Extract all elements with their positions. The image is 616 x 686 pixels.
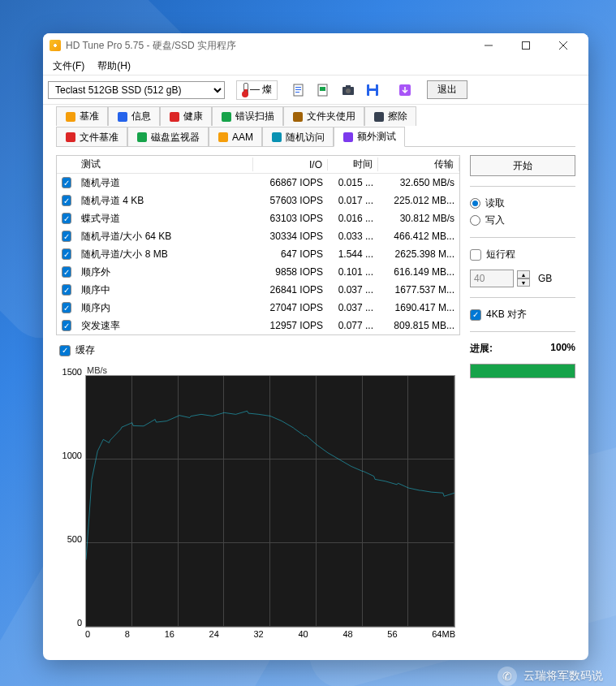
table-row[interactable]: 顺序外9858 IOPS0.101 ...616.149 MB... (57, 263, 459, 281)
tab-基准[interactable]: 基准 (56, 106, 108, 126)
row-speed: 1677.537 M... (378, 284, 459, 296)
row-io: 66867 IOPS (253, 177, 328, 188)
size-input[interactable] (470, 270, 514, 287)
temperature-value: — 燦 (250, 83, 272, 97)
menu-file[interactable]: 文件(F) (48, 58, 89, 75)
short-stroke-row[interactable]: 短行程 (470, 248, 575, 261)
tab-label: 随机访问 (286, 131, 325, 145)
maximize-button[interactable] (507, 33, 545, 58)
thermometer-icon (242, 83, 248, 97)
chart-plot-area (85, 375, 455, 628)
align-4kb-checkbox[interactable] (470, 309, 481, 321)
row-checkbox[interactable] (62, 231, 71, 242)
tab-文件基准[interactable]: 文件基准 (56, 127, 127, 147)
tab-icon (117, 111, 128, 123)
wechat-icon: ✆ (498, 667, 517, 686)
header-io[interactable]: I/O (253, 159, 328, 170)
table-row[interactable]: 随机寻道 4 KB57603 IOPS0.017 ...225.012 MB..… (57, 192, 459, 209)
menu-help[interactable]: 帮助(H) (93, 58, 136, 75)
align-4kb-row[interactable]: 4KB 对齐 (470, 308, 575, 321)
row-checkbox[interactable] (62, 320, 71, 331)
chart-line (86, 376, 454, 627)
svg-rect-12 (346, 85, 351, 88)
tab-icon (373, 111, 385, 123)
table-row[interactable]: 随机寻道/大小 64 KB30334 IOPS0.033 ...466.412 … (57, 227, 459, 245)
content-area: 测试 I/O 时间 传输 随机寻道66867 IOPS0.015 ...32.6… (56, 146, 575, 652)
tab-label: 文件夹使用 (307, 110, 355, 123)
tab-错误扫描[interactable]: 错误扫描 (212, 106, 283, 126)
row-speed: 1690.417 M... (378, 302, 459, 313)
cache-label: 缓存 (75, 343, 95, 357)
main-column: 测试 I/O 时间 传输 随机寻道66867 IOPS0.015 ...32.6… (56, 155, 460, 644)
result-table: 测试 I/O 时间 传输 随机寻道66867 IOPS0.015 ...32.6… (56, 155, 460, 335)
svg-rect-18 (118, 112, 127, 122)
radio-read[interactable] (470, 198, 480, 209)
tab-icon (218, 132, 229, 143)
tab-擦除[interactable]: 擦除 (364, 106, 416, 126)
tab-label: 错误扫描 (235, 110, 274, 123)
svg-rect-27 (343, 132, 353, 142)
copy-info-icon[interactable] (289, 80, 310, 101)
size-unit: GB (538, 273, 552, 284)
tab-AAM[interactable]: AAM (209, 127, 262, 147)
row-time: 0.037 ... (328, 302, 378, 313)
radio-read-row[interactable]: 读取 (470, 196, 575, 210)
app-window: HD Tune Pro 5.75 - 硬盘/SSD 实用程序 文件(F) 帮助(… (43, 33, 588, 660)
row-checkbox[interactable] (62, 195, 71, 206)
row-io: 26841 IOPS (253, 284, 328, 296)
header-speed[interactable]: 传输 (378, 157, 459, 171)
minimize-button[interactable] (470, 33, 507, 58)
row-checkbox[interactable] (62, 302, 71, 313)
radio-write-row[interactable]: 写入 (470, 214, 575, 227)
x-tick: 56 (387, 629, 397, 644)
radio-write[interactable] (470, 215, 480, 226)
row-time: 0.077 ... (328, 320, 378, 331)
tab-文件夹使用[interactable]: 文件夹使用 (283, 106, 364, 126)
row-checkbox[interactable] (62, 177, 71, 188)
tab-icon (271, 132, 282, 143)
row-checkbox[interactable] (62, 284, 71, 296)
chart: MB/s 150010005000 0816243240485664MB (56, 367, 460, 644)
app-icon (50, 40, 61, 51)
exit-button[interactable]: 退出 (427, 80, 467, 99)
save-icon[interactable] (362, 80, 383, 101)
download-icon[interactable] (394, 80, 416, 101)
x-tick: 0 (85, 629, 90, 644)
tab-label: 健康 (183, 110, 203, 123)
menubar: 文件(F) 帮助(H) (43, 58, 588, 76)
table-row[interactable]: 随机寻道66867 IOPS0.015 ...32.650 MB/s (57, 174, 459, 192)
row-io: 30334 IOPS (253, 231, 328, 242)
row-speed: 30.812 MB/s (378, 213, 459, 224)
spin-up[interactable]: ▲ (517, 270, 530, 278)
start-button[interactable]: 开始 (470, 155, 575, 176)
header-test[interactable]: 测试 (76, 157, 253, 171)
tab-磁盘监视器[interactable]: 磁盘监视器 (127, 127, 209, 147)
y-tick: 1000 (62, 451, 82, 460)
short-stroke-checkbox[interactable] (470, 249, 481, 261)
table-row[interactable]: 随机寻道/大小 8 MB647 IOPS1.544 ...2625.398 M.… (57, 245, 459, 263)
camera-icon[interactable] (338, 80, 359, 101)
watermark-text: 云瑞将军数码说 (523, 669, 603, 684)
table-row[interactable]: 突发速率12957 IOPS0.077 ...809.815 MB... (57, 317, 459, 334)
close-button[interactable] (545, 33, 582, 58)
tab-健康[interactable]: 健康 (160, 106, 212, 126)
tab-信息[interactable]: 信息 (108, 106, 160, 126)
cache-checkbox[interactable] (59, 345, 71, 356)
copy-screenshot-icon[interactable] (313, 80, 334, 101)
radio-read-label: 读取 (485, 196, 505, 210)
table-row[interactable]: 顺序中26841 IOPS0.037 ...1677.537 M... (57, 281, 459, 299)
tab-额外测试[interactable]: 额外测试 (334, 127, 405, 147)
tab-随机访问[interactable]: 随机访问 (262, 127, 334, 147)
row-checkbox[interactable] (62, 266, 71, 278)
spin-down[interactable]: ▼ (517, 278, 530, 287)
header-time[interactable]: 时间 (328, 157, 378, 171)
chart-ylabel: MB/s (87, 365, 107, 375)
svg-rect-23 (66, 132, 75, 142)
row-checkbox[interactable] (62, 213, 71, 224)
row-name: 随机寻道/大小 8 MB (76, 248, 253, 261)
row-checkbox[interactable] (62, 248, 71, 260)
drive-select[interactable]: Teclast 512GB SSD (512 gB) (48, 81, 225, 99)
table-row[interactable]: 蝶式寻道63103 IOPS0.016 ...30.812 MB/s (57, 209, 459, 227)
table-row[interactable]: 顺序内27047 IOPS0.037 ...1690.417 M... (57, 299, 459, 317)
row-speed: 225.012 MB... (378, 195, 459, 206)
